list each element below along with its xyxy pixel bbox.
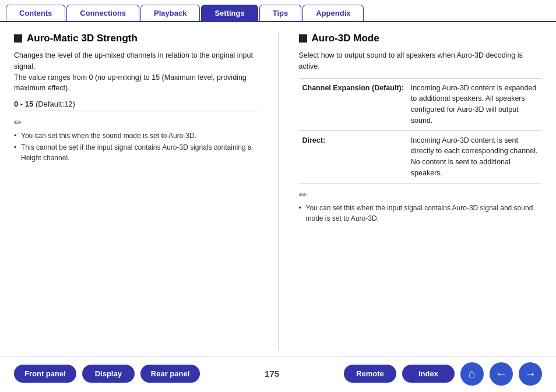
title-square-icon [14,34,22,43]
value-default: (Default:12) [36,100,75,108]
right-desc: Select how to output sound to all speake… [299,50,543,72]
right-title-square-icon [299,34,307,43]
tab-connections[interactable]: Connections [66,5,139,21]
tab-settings[interactable]: Settings [201,5,258,21]
footer: Front panel Display Rear panel 175 Remot… [0,356,556,391]
back-button[interactable]: ← [490,362,513,386]
rear-panel-button[interactable]: Rear panel [140,365,200,383]
home-button[interactable]: ⌂ [460,362,484,386]
left-description: Changes the level of the up-mixed channe… [14,50,258,94]
remote-button[interactable]: Remote [344,365,396,383]
pencil-icon: ✏ [14,117,258,128]
tab-appendix[interactable]: Appendix [302,5,364,21]
table-def-2: Incoming Auro-3D content is sent directl… [407,130,542,183]
right-column: Auro-3D Mode Select how to output sound … [299,33,543,350]
right-notes: You can set this when the input signal c… [299,203,543,224]
table-term-1: Channel Expansion (Default): [299,78,407,130]
left-section-title: Auro-Matic 3D Strength [14,33,258,44]
page-number: 175 [265,369,279,379]
tab-navigation: Contents Connections Playback Settings T… [0,0,556,22]
mode-table: Channel Expansion (Default): Incoming Au… [299,78,543,183]
table-row: Channel Expansion (Default): Incoming Au… [299,78,543,130]
table-def-1: Incoming Auro-3D content is expanded to … [407,78,542,130]
value-range: 0 - 15 [14,100,33,108]
left-desc2: The value ranges from 0 (no up-mixing) t… [14,72,258,94]
left-column: Auro-Matic 3D Strength Changes the level… [14,33,258,350]
right-title-text: Auro-3D Mode [312,33,379,44]
value-range-line: 0 - 15 (Default:12) [14,100,258,111]
tab-tips[interactable]: Tips [259,5,302,21]
footer-nav-left: Front panel Display Rear panel [14,365,200,383]
tab-contents[interactable]: Contents [6,5,65,21]
left-note-1: You can set this when the sound mode is … [14,130,258,141]
left-title-text: Auro-Matic 3D Strength [27,33,138,44]
right-pencil-icon: ✏ [299,189,543,200]
table-term-2: Direct: [299,130,407,183]
right-description: Select how to output sound to all speake… [299,50,543,72]
table-row: Direct: Incoming Auro-3D content is sent… [299,130,543,183]
column-divider [278,33,279,350]
right-note-1: You can set this when the input signal c… [299,203,543,224]
front-panel-button[interactable]: Front panel [14,365,76,383]
footer-nav-right: Remote Index ⌂ ← → [344,362,542,386]
index-button[interactable]: Index [402,365,455,383]
left-notes: You can set this when the sound mode is … [14,130,258,163]
left-note-2: This cannot be set if the input signal c… [14,142,258,163]
right-section-title: Auro-3D Mode [299,33,543,44]
forward-button[interactable]: → [519,362,542,386]
main-content: Auro-Matic 3D Strength Changes the level… [0,22,556,356]
left-desc1: Changes the level of the up-mixed channe… [14,50,258,72]
tab-playback[interactable]: Playback [140,5,200,21]
display-button[interactable]: Display [82,365,135,383]
